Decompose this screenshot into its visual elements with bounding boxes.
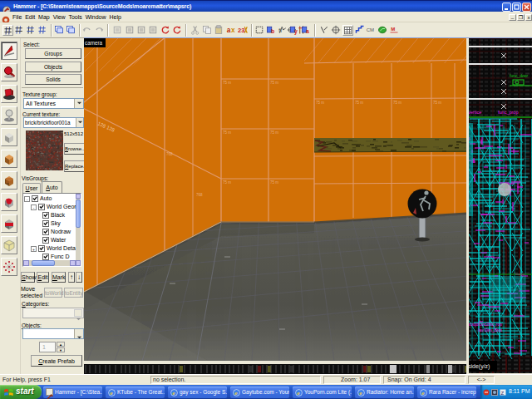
- svg-text:768: 768: [196, 193, 203, 197]
- svg-text:75 m: 75 m: [270, 81, 278, 85]
- svg-text:e: e: [110, 390, 113, 396]
- svg-text:e: e: [421, 390, 425, 396]
- svg-text:camera: camera: [85, 40, 102, 46]
- svg-text:75 m: 75 m: [393, 101, 401, 105]
- svg-text:e: e: [172, 390, 175, 396]
- svg-text:Z: Z: [501, 391, 505, 396]
- svg-text:M: M: [391, 27, 395, 32]
- svg-text:75 m: 75 m: [270, 131, 278, 135]
- svg-text:b: b: [271, 28, 274, 34]
- svg-text:23: 23: [238, 27, 244, 34]
- svg-text:a: a: [227, 27, 231, 34]
- svg-text:75 m: 75 m: [223, 131, 231, 135]
- svg-text:CM: CM: [367, 27, 374, 32]
- svg-text:lav Dim_Brot: lav Dim_Brot: [478, 328, 502, 332]
- svg-text:x: x: [231, 27, 235, 34]
- svg-text:y: y: [294, 28, 298, 35]
- svg-text:e: e: [359, 390, 362, 396]
- svg-text:75 m: 75 m: [316, 101, 324, 105]
- svg-text:side(y/z): side(y/z): [469, 363, 490, 370]
- svg-text:e: e: [234, 390, 238, 396]
- svg-text:func_door: func_door: [510, 73, 529, 78]
- svg-text:75 m: 75 m: [355, 101, 363, 105]
- svg-text:a: a: [306, 28, 309, 34]
- svg-text:pcsqdfunc2blc_rop: pcsqdfunc2blc_rop: [469, 322, 502, 327]
- svg-text:75 m: 75 m: [270, 180, 278, 185]
- svg-text:75 m: 75 m: [223, 81, 231, 85]
- svg-text:75 m: 75 m: [433, 101, 441, 105]
- svg-text:768: 768: [166, 152, 173, 156]
- svg-text:e: e: [297, 390, 300, 396]
- svg-text:75 m: 75 m: [223, 180, 231, 185]
- svg-text:func_prop: func_prop: [498, 110, 518, 115]
- svg-text:vertice: vertice: [469, 110, 481, 115]
